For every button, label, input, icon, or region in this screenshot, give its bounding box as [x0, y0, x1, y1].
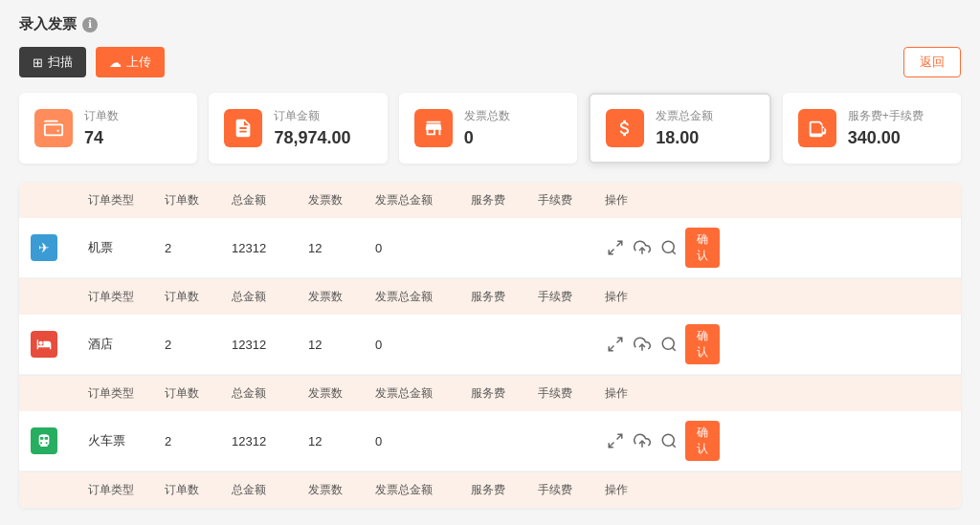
train-data-row: 火车票 2 12312 12 0 确认 [19, 411, 961, 471]
train-type: 火车票 [88, 432, 165, 449]
svg-line-11 [609, 443, 613, 448]
train-icon [31, 427, 57, 454]
upload-button[interactable]: ☁ 上传 [96, 47, 165, 77]
col-handling-2: 手续费 [538, 289, 605, 305]
svg-line-4 [672, 251, 675, 253]
hotel-confirm-button[interactable]: 确认 [685, 324, 720, 364]
col-actions-3: 操作 [605, 385, 720, 402]
flight-icon: ✈ [31, 234, 57, 261]
order-icon [224, 109, 262, 147]
train-invoice-amount: 0 [375, 434, 471, 448]
order-amount-value: 78,974.00 [274, 128, 350, 148]
page-title: 录入发票 [19, 15, 77, 33]
invoice-count-label: 发票总数 [464, 108, 510, 124]
stat-card-orders: 订单数 74 [19, 93, 197, 164]
flight-data-row: ✈ 机票 2 12312 12 0 [19, 218, 961, 278]
svg-line-6 [609, 346, 613, 351]
svg-line-5 [617, 338, 622, 342]
upload-icon: ☁ [109, 55, 122, 70]
trailing-col-handling: 手续费 [538, 482, 605, 498]
hotel-invoice-count: 12 [308, 338, 375, 352]
col-actions-2: 操作 [605, 289, 720, 305]
train-total-amount: 12312 [232, 434, 308, 448]
svg-point-8 [662, 338, 674, 349]
svg-line-10 [617, 434, 622, 439]
col-inv-amount-2: 发票总金额 [375, 289, 471, 305]
flight-expand-button[interactable] [605, 237, 626, 258]
back-button[interactable]: 返回 [903, 47, 961, 77]
stat-card-invoice-count: 发票总数 0 [399, 93, 577, 164]
trailing-header-row: 订单类型 订单数 总金额 发票数 发票总金额 服务费 手续费 操作 [19, 472, 961, 508]
train-expand-button[interactable] [605, 430, 626, 451]
col-handling-3: 手续费 [538, 385, 605, 402]
invoice-amount-label: 发票总金额 [656, 108, 713, 124]
invoice-icon [414, 109, 453, 147]
flight-section: 订单类型 订单数 总金额 发票数 发票总金额 服务费 手续费 操作 ✈ 机票 2… [19, 183, 961, 279]
col-type-1: 订单类型 [88, 192, 165, 208]
col-handling-1: 手续费 [538, 192, 605, 208]
service-icon [798, 109, 836, 147]
train-confirm-button[interactable]: 确认 [685, 421, 720, 461]
col-service-2: 服务费 [471, 289, 538, 305]
hotel-icon [31, 331, 57, 358]
wallet-icon [34, 109, 73, 147]
info-icon[interactable]: ℹ [82, 17, 98, 33]
hotel-section: 订单类型 订单数 总金额 发票数 发票总金额 服务费 手续费 操作 酒店 2 1… [19, 279, 961, 376]
svg-line-1 [609, 250, 613, 254]
train-actions: 确认 [605, 421, 720, 461]
stat-card-order-amount: 订单金额 78,974.00 [209, 93, 387, 164]
svg-line-0 [617, 241, 622, 246]
hotel-expand-button[interactable] [605, 334, 626, 355]
scan-button[interactable]: ⊞ 扫描 [19, 47, 86, 77]
flight-order-count: 2 [165, 241, 232, 255]
col-inv-amount-3: 发票总金额 [375, 385, 471, 402]
trailing-col-inv-amount: 发票总金额 [375, 482, 471, 498]
hotel-type: 酒店 [88, 336, 165, 353]
trailing-col-inv-count: 发票数 [308, 482, 375, 498]
orders-label: 订单数 [84, 108, 119, 124]
service-fee-label: 服务费+手续费 [848, 108, 924, 124]
col-inv-amount-1: 发票总金额 [375, 192, 471, 208]
train-search-button[interactable] [658, 430, 679, 451]
train-section: 订单类型 订单数 总金额 发票数 发票总金额 服务费 手续费 操作 火车票 2 … [19, 376, 961, 472]
col-inv-count-3: 发票数 [308, 385, 375, 402]
trailing-col-actions: 操作 [605, 482, 720, 498]
col-amount-1: 总金额 [232, 192, 308, 208]
train-invoice-count: 12 [308, 434, 375, 448]
trailing-col-type: 订单类型 [88, 482, 165, 498]
svg-line-9 [672, 347, 675, 350]
flight-invoice-amount: 0 [375, 241, 471, 255]
col-inv-count-1: 发票数 [308, 192, 375, 208]
hotel-order-count: 2 [165, 338, 232, 352]
col-actions-1: 操作 [605, 192, 720, 208]
flight-confirm-button[interactable]: 确认 [685, 228, 720, 268]
flight-search-button[interactable] [658, 237, 679, 258]
orders-value: 74 [84, 128, 119, 148]
svg-point-13 [662, 434, 674, 446]
col-orders-1: 订单数 [165, 192, 232, 208]
stats-row: 订单数 74 订单金额 78,974.00 发票总数 0 [19, 93, 961, 164]
col-type-3: 订单类型 [88, 385, 165, 402]
flight-actions: 确认 [605, 228, 720, 268]
scan-icon: ⊞ [33, 55, 43, 70]
money-icon [606, 109, 644, 147]
train-header-row: 订单类型 订单数 总金额 发票数 发票总金额 服务费 手续费 操作 [19, 376, 961, 411]
svg-line-14 [672, 444, 675, 447]
flight-header-row: 订单类型 订单数 总金额 发票数 发票总金额 服务费 手续费 操作 [19, 183, 961, 218]
svg-point-3 [662, 241, 674, 252]
hotel-data-row: 酒店 2 12312 12 0 确认 [19, 315, 961, 375]
order-amount-label: 订单金额 [274, 108, 350, 124]
train-upload-button[interactable] [632, 430, 653, 451]
trailing-col-orders: 订单数 [165, 482, 232, 498]
invoice-count-value: 0 [464, 128, 510, 148]
table-section: 订单类型 订单数 总金额 发票数 发票总金额 服务费 手续费 操作 ✈ 机票 2… [19, 183, 961, 508]
trailing-col-service: 服务费 [471, 482, 538, 498]
col-amount-2: 总金额 [232, 289, 308, 305]
toolbar: ⊞ 扫描 ☁ 上传 返回 [19, 47, 961, 77]
hotel-search-button[interactable] [658, 334, 679, 355]
col-service-1: 服务费 [471, 192, 538, 208]
hotel-upload-button[interactable] [632, 334, 653, 355]
stat-card-invoice-amount: 发票总金额 18.00 [589, 93, 770, 164]
col-service-3: 服务费 [471, 385, 538, 402]
flight-upload-button[interactable] [632, 237, 653, 258]
